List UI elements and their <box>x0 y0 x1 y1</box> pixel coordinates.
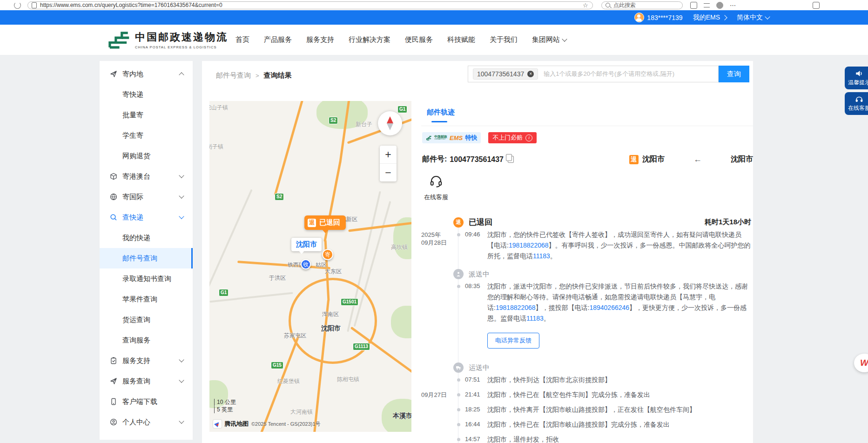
query-button[interactable]: 查询 <box>719 66 749 82</box>
road-shield: G1501 <box>341 298 358 306</box>
compass-control[interactable] <box>378 111 402 135</box>
sidebar-item-0[interactable]: 寄内地 <box>100 64 193 84</box>
sidebar-item-label: 查询服务 <box>122 336 150 345</box>
zoom-in-button[interactable]: + <box>380 146 397 163</box>
wps-floating-badge[interactable]: W <box>854 354 868 372</box>
status-bubble[interactable]: 退 已退回 <box>304 215 346 230</box>
tab-mail-trace[interactable]: 邮件轨迹 <box>427 108 455 117</box>
timeline-status-1: 派送中 <box>421 269 751 279</box>
event-dot <box>457 393 460 396</box>
site-header: 中国邮政速递物流 CHINA POSTAL EXPRESS & LOGISTIC… <box>0 25 868 55</box>
event-text: 沈阳市，快件离开【沈阳市岐山路揽投部】，正在发往【航空包件车间】 <box>487 404 751 415</box>
sidebar-item-9[interactable]: 邮件号查询 <box>100 248 193 268</box>
brand-name-en: CHINA POSTAL EXPRESS & LOGISTICS <box>135 45 228 49</box>
language-selector[interactable]: 简体中文 <box>737 13 769 22</box>
sidebar-item-16[interactable]: 客户端下载 <box>100 391 193 412</box>
sidebar-item-1[interactable]: 寄快递 <box>100 84 193 105</box>
phone-link[interactable]: 18940266246 <box>589 304 629 311</box>
nav-item-0[interactable]: 首页 <box>236 35 249 44</box>
map-attribution: 腾讯地图 ©2025 Tencent - GS(2023)1号 <box>213 420 321 428</box>
compass-needle-south <box>387 123 393 130</box>
browser-menu-icon[interactable]: ⋯ <box>730 2 736 9</box>
reload-icon[interactable] <box>14 2 21 9</box>
phone-link[interactable]: 19818822068 <box>509 242 549 249</box>
online-service-button[interactable]: 在线客服 <box>845 92 868 115</box>
event-dot <box>457 408 460 411</box>
map-label: 红菱堡镇 <box>277 377 300 385</box>
map-label: 沈阳市 <box>321 324 341 333</box>
ems-logo-text: EMS <box>450 134 463 141</box>
warm-tips-button[interactable]: 温馨提示 <box>845 67 868 89</box>
breadcrumb-parent[interactable]: 邮件号查询 <box>216 71 251 80</box>
chevron-right-icon <box>722 15 727 20</box>
copy-icon[interactable] <box>508 156 514 163</box>
nav-item-3[interactable]: 行业解决方案 <box>349 35 390 44</box>
search-icon <box>606 3 610 7</box>
nav-item-4[interactable]: 便民服务 <box>405 35 433 44</box>
sidebar-panel-icon[interactable] <box>813 2 820 9</box>
timeline-status-2: 运送中 <box>421 362 751 373</box>
sidebar-item-11[interactable]: 苹果件查询 <box>100 289 193 309</box>
sidebar-item-12[interactable]: 货运查询 <box>100 309 193 330</box>
event-time: 18:25 <box>465 404 487 415</box>
address-bar[interactable]: https://www.ems.com.cn/queryLogistics?ti… <box>27 1 593 9</box>
map-scale: 10 公里 5 英里 <box>214 399 236 413</box>
sender-pin[interactable]: 寄 <box>322 249 333 260</box>
event-time: 16:44 <box>465 419 487 430</box>
sidebar-item-5[interactable]: 寄港澳台 <box>100 166 193 187</box>
tencent-map-logo-icon <box>213 420 222 428</box>
city-label-bubble[interactable]: 沈阳市 <box>291 238 322 251</box>
route-summary: 退 沈阳市 ← 沈阳市 <box>629 154 753 164</box>
timeline-event: 18:25沈阳市，快件离开【沈阳市岐山路揽投部】，正在发往【航空包件车间】 <box>421 404 751 415</box>
phone-link[interactable]: 11183 <box>533 252 550 260</box>
nav-item-2[interactable]: 服务支持 <box>306 35 334 44</box>
receiver-pin[interactable]: 收 <box>301 259 311 269</box>
sidebar-item-14[interactable]: 服务支持 <box>100 350 193 371</box>
remove-tag-icon[interactable]: × <box>527 71 534 77</box>
brand-name-cn: 中国邮政速递物流 <box>135 30 228 44</box>
page-icon <box>32 2 37 8</box>
returned-node: 退 <box>453 217 464 228</box>
sidebar-item-2[interactable]: 批量寄 <box>100 105 193 125</box>
phone-link[interactable]: 19818822068 <box>496 304 536 311</box>
sidebar-item-7[interactable]: 查快递 <box>100 207 193 228</box>
reading-list-icon[interactable] <box>704 3 710 7</box>
event-time: 14:57 <box>465 434 487 443</box>
mailno-search-input[interactable]: 1004773561437 × 输入1个或最多20个邮件号(多个请用空格或,隔开… <box>468 66 719 82</box>
nav-item-5[interactable]: 科技赋能 <box>447 35 475 44</box>
event-text: 沈阳市，您的快件已代签收【寄件人签收】，成功退回至寄件人，如有疑问请电联快递员【… <box>487 229 751 262</box>
returned-badge: 退 <box>629 155 639 164</box>
url-text[interactable]: https://www.ems.com.cn/queryLogistics?ti… <box>40 2 580 8</box>
bookmark-star-icon[interactable]: ☆ <box>583 2 589 8</box>
highway-segment <box>274 101 303 196</box>
timeline-event: 16:44沈阳市，快件已在【沈阳市岐山路揽投部】完成分拣，准备发出 <box>421 419 751 430</box>
ems-logo[interactable]: 中国邮政速递物流 CHINA POSTAL EXPRESS & LOGISTIC… <box>106 29 228 50</box>
sidebar-item-3[interactable]: 学生寄 <box>100 125 193 146</box>
browser-search-box[interactable]: 点此搜索 <box>601 1 683 9</box>
guarantee-badge[interactable]: 不上门必赔 i <box>488 132 537 143</box>
sidebar-item-10[interactable]: 录取通知书查询 <box>100 268 193 289</box>
phone-link[interactable]: 11183 <box>526 315 544 322</box>
sidebar-item-4[interactable]: 网购退货 <box>100 146 193 166</box>
nav-item-6[interactable]: 关于我们 <box>490 35 518 44</box>
sidebar-item-label: 服务查询 <box>122 377 150 386</box>
zoom-out-button[interactable]: − <box>380 163 397 181</box>
nav-item-7[interactable]: 集团网站 <box>532 35 566 44</box>
nav-item-1[interactable]: 产品服务 <box>264 35 292 44</box>
phone-issue-feedback-button[interactable]: 电话异常反馈 <box>487 333 539 349</box>
user-account[interactable]: 183****7139 <box>634 13 682 22</box>
sidebar-item-8[interactable]: 我的快递 <box>100 228 193 248</box>
sidebar-item-17[interactable]: 个人中心 <box>100 412 193 432</box>
road-shield: S2 <box>275 193 284 201</box>
map[interactable]: 蛇山子镇岗子镇新台子沈北新区高坎镇铁西区姑区大东区于洪区浑南区沈阳市苏家屯区红菱… <box>209 101 411 432</box>
browser-profile-avatar[interactable] <box>716 2 723 9</box>
ring-road <box>289 278 377 364</box>
map-label: 大东区 <box>325 268 342 275</box>
sidebar-item-6[interactable]: 寄国际 <box>100 187 193 207</box>
sidebar-item-15[interactable]: 服务查询 <box>100 371 193 391</box>
sidebar-item-13[interactable]: 查询服务 <box>100 330 193 350</box>
extensions-icon[interactable] <box>690 2 697 9</box>
online-service-entry[interactable]: 在线客服 <box>423 174 449 201</box>
my-ems-link[interactable]: 我的EMS <box>693 13 727 22</box>
event-time: 07:51 <box>465 375 487 385</box>
